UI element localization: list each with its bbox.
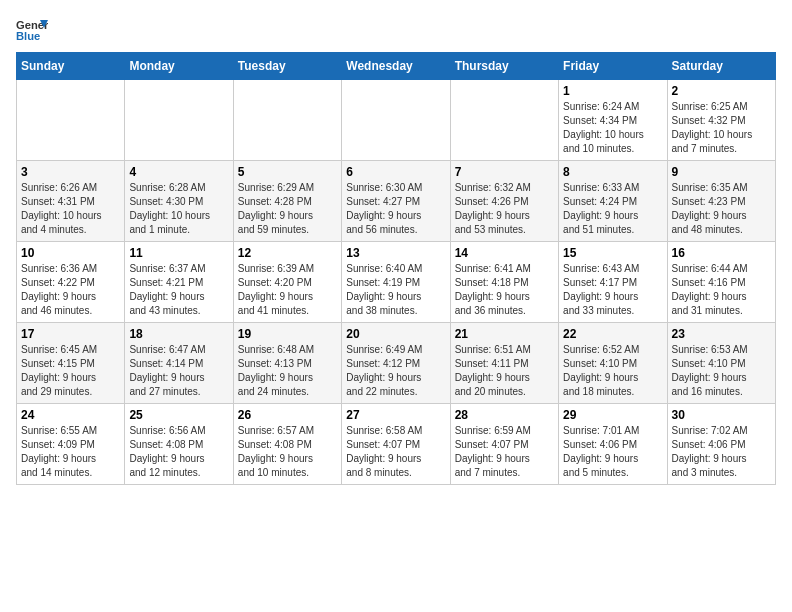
calendar-week-2: 3Sunrise: 6:26 AM Sunset: 4:31 PM Daylig… [17, 161, 776, 242]
day-info: Sunrise: 6:56 AM Sunset: 4:08 PM Dayligh… [129, 424, 228, 480]
day-info: Sunrise: 6:58 AM Sunset: 4:07 PM Dayligh… [346, 424, 445, 480]
day-info: Sunrise: 6:44 AM Sunset: 4:16 PM Dayligh… [672, 262, 771, 318]
calendar-cell: 3Sunrise: 6:26 AM Sunset: 4:31 PM Daylig… [17, 161, 125, 242]
day-number: 2 [672, 84, 771, 98]
day-number: 16 [672, 246, 771, 260]
day-number: 8 [563, 165, 662, 179]
day-info: Sunrise: 6:48 AM Sunset: 4:13 PM Dayligh… [238, 343, 337, 399]
day-number: 17 [21, 327, 120, 341]
calendar-cell: 4Sunrise: 6:28 AM Sunset: 4:30 PM Daylig… [125, 161, 233, 242]
calendar-cell: 21Sunrise: 6:51 AM Sunset: 4:11 PM Dayli… [450, 323, 558, 404]
day-number: 9 [672, 165, 771, 179]
day-number: 13 [346, 246, 445, 260]
day-number: 5 [238, 165, 337, 179]
calendar-cell [342, 80, 450, 161]
day-number: 3 [21, 165, 120, 179]
calendar-cell: 18Sunrise: 6:47 AM Sunset: 4:14 PM Dayli… [125, 323, 233, 404]
calendar-cell: 30Sunrise: 7:02 AM Sunset: 4:06 PM Dayli… [667, 404, 775, 485]
day-number: 21 [455, 327, 554, 341]
weekday-header-tuesday: Tuesday [233, 53, 341, 80]
calendar-cell: 2Sunrise: 6:25 AM Sunset: 4:32 PM Daylig… [667, 80, 775, 161]
day-info: Sunrise: 6:26 AM Sunset: 4:31 PM Dayligh… [21, 181, 120, 237]
calendar-week-4: 17Sunrise: 6:45 AM Sunset: 4:15 PM Dayli… [17, 323, 776, 404]
logo: General Blue [16, 16, 48, 44]
calendar-body: 1Sunrise: 6:24 AM Sunset: 4:34 PM Daylig… [17, 80, 776, 485]
day-number: 7 [455, 165, 554, 179]
calendar-cell: 27Sunrise: 6:58 AM Sunset: 4:07 PM Dayli… [342, 404, 450, 485]
day-number: 15 [563, 246, 662, 260]
calendar-cell: 8Sunrise: 6:33 AM Sunset: 4:24 PM Daylig… [559, 161, 667, 242]
day-number: 19 [238, 327, 337, 341]
calendar-cell [450, 80, 558, 161]
day-number: 6 [346, 165, 445, 179]
logo-icon: General Blue [16, 16, 48, 44]
day-info: Sunrise: 6:57 AM Sunset: 4:08 PM Dayligh… [238, 424, 337, 480]
day-info: Sunrise: 6:49 AM Sunset: 4:12 PM Dayligh… [346, 343, 445, 399]
calendar-cell: 17Sunrise: 6:45 AM Sunset: 4:15 PM Dayli… [17, 323, 125, 404]
day-number: 30 [672, 408, 771, 422]
day-info: Sunrise: 6:32 AM Sunset: 4:26 PM Dayligh… [455, 181, 554, 237]
day-info: Sunrise: 6:52 AM Sunset: 4:10 PM Dayligh… [563, 343, 662, 399]
calendar-cell: 9Sunrise: 6:35 AM Sunset: 4:23 PM Daylig… [667, 161, 775, 242]
calendar-cell: 16Sunrise: 6:44 AM Sunset: 4:16 PM Dayli… [667, 242, 775, 323]
svg-text:Blue: Blue [16, 30, 40, 42]
day-info: Sunrise: 6:45 AM Sunset: 4:15 PM Dayligh… [21, 343, 120, 399]
day-number: 18 [129, 327, 228, 341]
day-info: Sunrise: 6:47 AM Sunset: 4:14 PM Dayligh… [129, 343, 228, 399]
header: General Blue [16, 16, 776, 44]
day-info: Sunrise: 6:35 AM Sunset: 4:23 PM Dayligh… [672, 181, 771, 237]
day-info: Sunrise: 6:24 AM Sunset: 4:34 PM Dayligh… [563, 100, 662, 156]
weekday-header-wednesday: Wednesday [342, 53, 450, 80]
day-info: Sunrise: 6:25 AM Sunset: 4:32 PM Dayligh… [672, 100, 771, 156]
day-info: Sunrise: 7:02 AM Sunset: 4:06 PM Dayligh… [672, 424, 771, 480]
calendar-cell: 28Sunrise: 6:59 AM Sunset: 4:07 PM Dayli… [450, 404, 558, 485]
calendar-cell: 19Sunrise: 6:48 AM Sunset: 4:13 PM Dayli… [233, 323, 341, 404]
day-number: 26 [238, 408, 337, 422]
weekday-header-saturday: Saturday [667, 53, 775, 80]
day-info: Sunrise: 6:30 AM Sunset: 4:27 PM Dayligh… [346, 181, 445, 237]
calendar-table: SundayMondayTuesdayWednesdayThursdayFrid… [16, 52, 776, 485]
calendar-cell: 26Sunrise: 6:57 AM Sunset: 4:08 PM Dayli… [233, 404, 341, 485]
calendar-cell: 1Sunrise: 6:24 AM Sunset: 4:34 PM Daylig… [559, 80, 667, 161]
day-info: Sunrise: 6:28 AM Sunset: 4:30 PM Dayligh… [129, 181, 228, 237]
calendar-cell: 15Sunrise: 6:43 AM Sunset: 4:17 PM Dayli… [559, 242, 667, 323]
calendar-cell: 5Sunrise: 6:29 AM Sunset: 4:28 PM Daylig… [233, 161, 341, 242]
calendar-cell: 22Sunrise: 6:52 AM Sunset: 4:10 PM Dayli… [559, 323, 667, 404]
calendar-cell: 7Sunrise: 6:32 AM Sunset: 4:26 PM Daylig… [450, 161, 558, 242]
day-number: 27 [346, 408, 445, 422]
calendar-cell [233, 80, 341, 161]
day-number: 20 [346, 327, 445, 341]
weekday-header-monday: Monday [125, 53, 233, 80]
day-number: 29 [563, 408, 662, 422]
day-info: Sunrise: 6:39 AM Sunset: 4:20 PM Dayligh… [238, 262, 337, 318]
calendar-week-1: 1Sunrise: 6:24 AM Sunset: 4:34 PM Daylig… [17, 80, 776, 161]
weekday-header-thursday: Thursday [450, 53, 558, 80]
calendar-cell: 14Sunrise: 6:41 AM Sunset: 4:18 PM Dayli… [450, 242, 558, 323]
day-number: 25 [129, 408, 228, 422]
calendar-cell: 23Sunrise: 6:53 AM Sunset: 4:10 PM Dayli… [667, 323, 775, 404]
calendar-header: SundayMondayTuesdayWednesdayThursdayFrid… [17, 53, 776, 80]
day-number: 28 [455, 408, 554, 422]
day-info: Sunrise: 6:51 AM Sunset: 4:11 PM Dayligh… [455, 343, 554, 399]
day-info: Sunrise: 7:01 AM Sunset: 4:06 PM Dayligh… [563, 424, 662, 480]
day-info: Sunrise: 6:43 AM Sunset: 4:17 PM Dayligh… [563, 262, 662, 318]
day-info: Sunrise: 6:29 AM Sunset: 4:28 PM Dayligh… [238, 181, 337, 237]
day-number: 11 [129, 246, 228, 260]
day-info: Sunrise: 6:33 AM Sunset: 4:24 PM Dayligh… [563, 181, 662, 237]
day-number: 14 [455, 246, 554, 260]
calendar-week-5: 24Sunrise: 6:55 AM Sunset: 4:09 PM Dayli… [17, 404, 776, 485]
day-info: Sunrise: 6:36 AM Sunset: 4:22 PM Dayligh… [21, 262, 120, 318]
weekday-header-friday: Friday [559, 53, 667, 80]
calendar-cell: 20Sunrise: 6:49 AM Sunset: 4:12 PM Dayli… [342, 323, 450, 404]
calendar-week-3: 10Sunrise: 6:36 AM Sunset: 4:22 PM Dayli… [17, 242, 776, 323]
day-number: 23 [672, 327, 771, 341]
weekday-row: SundayMondayTuesdayWednesdayThursdayFrid… [17, 53, 776, 80]
day-info: Sunrise: 6:53 AM Sunset: 4:10 PM Dayligh… [672, 343, 771, 399]
calendar-cell [17, 80, 125, 161]
day-number: 10 [21, 246, 120, 260]
calendar-cell: 13Sunrise: 6:40 AM Sunset: 4:19 PM Dayli… [342, 242, 450, 323]
day-info: Sunrise: 6:59 AM Sunset: 4:07 PM Dayligh… [455, 424, 554, 480]
calendar-cell [125, 80, 233, 161]
calendar-cell: 11Sunrise: 6:37 AM Sunset: 4:21 PM Dayli… [125, 242, 233, 323]
day-number: 22 [563, 327, 662, 341]
